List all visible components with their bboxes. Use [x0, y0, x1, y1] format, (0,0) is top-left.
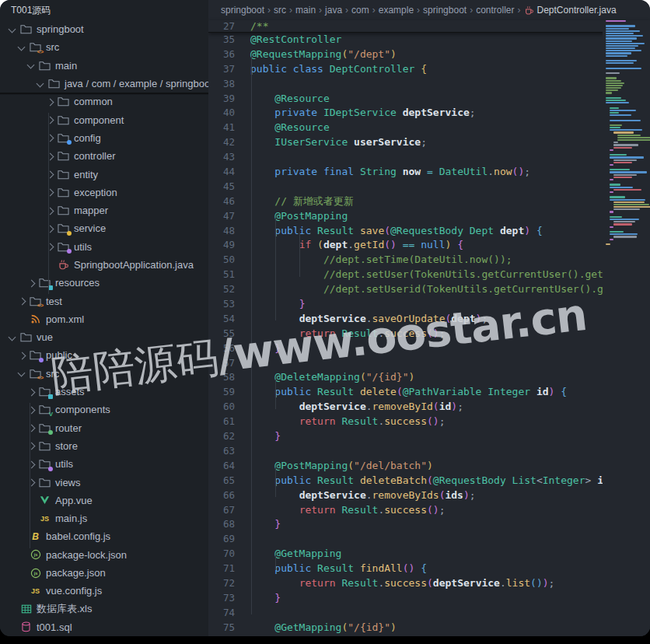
- breadcrumb-item[interactable]: java: [325, 5, 342, 16]
- tree-item-vue[interactable]: vue: [0, 328, 208, 346]
- chevron-down-icon[interactable]: [25, 60, 38, 71]
- breadcrumb-item[interactable]: springboot: [423, 5, 467, 16]
- code-line[interactable]: 75 @GetMapping("/{id}"): [208, 621, 650, 635]
- tree-item-app.vue[interactable]: App.vue: [0, 492, 208, 509]
- tree-item-exception[interactable]: exception: [0, 184, 208, 201]
- chevron-right-icon[interactable]: [44, 205, 57, 216]
- chevron-right-icon[interactable]: [44, 223, 57, 234]
- chevron-right-icon[interactable]: [25, 440, 38, 451]
- code-line[interactable]: 62 }: [208, 429, 650, 444]
- chevron-right-icon[interactable]: [25, 278, 38, 289]
- tree-item-babel.config.js[interactable]: Bbabel.config.js: [0, 527, 208, 545]
- tree-item-package.json[interactable]: jspackage.json: [0, 564, 208, 582]
- chevron-right-icon[interactable]: [16, 350, 29, 361]
- breadcrumb-item[interactable]: springboot: [221, 5, 264, 16]
- chevron-right-icon[interactable]: [44, 132, 57, 143]
- tree-item-springbootapplication.java[interactable]: SpringbootApplication.java: [0, 256, 208, 274]
- tree-item-java-com-example-springboot[interactable]: java / com / example / springboot: [0, 75, 208, 93]
- code-line[interactable]: 46 // 新增或者更新: [208, 194, 650, 209]
- chevron-right-icon[interactable]: [16, 296, 29, 306]
- tree-item-public[interactable]: public: [0, 346, 208, 364]
- tree-item-test[interactable]: <>test: [0, 292, 208, 310]
- chevron-right-icon[interactable]: [25, 477, 38, 488]
- breadcrumb-file[interactable]: DeptController.java: [524, 5, 617, 16]
- breadcrumb-item[interactable]: com: [351, 5, 369, 16]
- editor-pane[interactable]: springboot›src›main›java›com›example›spr…: [208, 0, 650, 636]
- code-line[interactable]: 38: [208, 77, 650, 92]
- tree-item-package-lock.json[interactable]: jspackage-lock.json: [0, 546, 208, 564]
- code-line[interactable]: 36@RequestMapping("/dept"): [208, 47, 650, 62]
- tree-item-utils[interactable]: utils: [0, 238, 208, 256]
- tree-item-t001.sql[interactable]: t001.sql: [0, 618, 208, 636]
- breadcrumb-item[interactable]: src: [274, 5, 286, 16]
- code-line[interactable]: 45: [208, 180, 650, 194]
- chevron-right-icon[interactable]: [44, 187, 57, 198]
- tree-item-utils[interactable]: utils: [0, 455, 208, 473]
- tree-item-service[interactable]: service: [0, 219, 208, 237]
- tree-item-controller[interactable]: controller: [0, 147, 208, 165]
- code-area[interactable]: 35@RestController36@RequestMapping("/dep…: [208, 33, 650, 635]
- breadcrumb-item[interactable]: example: [379, 5, 414, 16]
- chevron-right-icon[interactable]: [25, 459, 38, 470]
- tree-item-common[interactable]: common: [0, 93, 208, 110]
- chevron-down-icon[interactable]: [6, 24, 19, 35]
- code-line[interactable]: 37public class DeptController {: [208, 62, 650, 77]
- chevron-down-icon[interactable]: [16, 42, 29, 53]
- code-line[interactable]: 42 IUserService userService;: [208, 135, 650, 150]
- tree-item-assets[interactable]: assets: [0, 383, 208, 401]
- code-line[interactable]: 44 private final String now = DateUtil.n…: [208, 165, 650, 180]
- tree-item-src[interactable]: <>src: [0, 38, 208, 56]
- chevron-right-icon[interactable]: [44, 96, 57, 107]
- code-line[interactable]: 61 return Result.success();: [208, 415, 650, 429]
- chevron-right-icon[interactable]: [25, 404, 38, 415]
- tree-item-springboot[interactable]: springboot: [0, 20, 208, 38]
- tree-item-config[interactable]: config: [0, 129, 208, 147]
- code-line[interactable]: 43: [208, 150, 650, 165]
- tree-item-vue.config.js[interactable]: JSvue.config.js: [0, 582, 208, 600]
- tree-item-resources[interactable]: resources: [0, 274, 208, 292]
- chevron-down-icon[interactable]: [16, 368, 29, 379]
- tree-item-router[interactable]: router: [0, 419, 208, 437]
- code-token: private final: [274, 166, 360, 177]
- code-line[interactable]: 68 }: [208, 517, 650, 532]
- code-line[interactable]: 73 }: [208, 591, 650, 606]
- tree-item-main[interactable]: main: [0, 57, 208, 75]
- tree-item--.xls[interactable]: 数据库表.xls: [0, 600, 208, 618]
- code-line[interactable]: 67 return Result.success();: [208, 503, 650, 518]
- code-line[interactable]: 40 private IDeptService deptService;: [208, 106, 650, 121]
- breadcrumb-item[interactable]: main: [295, 5, 316, 16]
- tree-item-pom.xml[interactable]: pom.xml: [0, 310, 208, 328]
- chevron-right-icon[interactable]: [44, 241, 57, 252]
- minimap-bar: [606, 43, 645, 44]
- code-line[interactable]: 56 }: [208, 341, 650, 356]
- tree-item-views[interactable]: views: [0, 473, 208, 491]
- tree-item-entity[interactable]: entity: [0, 165, 208, 183]
- sticky-code-line[interactable]: 27/**: [208, 20, 650, 33]
- tree-item-components[interactable]: Vcomponents: [0, 401, 208, 418]
- code-line[interactable]: 72 return Result.success(deptService.lis…: [208, 576, 650, 591]
- chevron-down-icon[interactable]: [6, 332, 19, 343]
- code-line[interactable]: 63: [208, 444, 650, 459]
- chevron-right-icon[interactable]: [25, 387, 38, 397]
- chevron-right-icon[interactable]: [44, 114, 57, 125]
- code-line[interactable]: 74: [208, 606, 650, 621]
- tree-item-src[interactable]: <>src: [0, 365, 208, 383]
- tree-item-store[interactable]: store: [0, 437, 208, 455]
- code-token: public: [274, 562, 317, 574]
- code-line[interactable]: 39 @Resource: [208, 92, 650, 107]
- minimap-bar: [610, 124, 622, 126]
- chevron-right-icon[interactable]: [44, 151, 57, 162]
- code-line[interactable]: 55 return Result.success();: [208, 327, 650, 341]
- tree-item-mapper[interactable]: mapper: [0, 201, 208, 219]
- tree-item-main.js[interactable]: JSmain.js: [0, 509, 208, 527]
- code-line[interactable]: 69: [208, 532, 650, 547]
- minimap[interactable]: [603, 20, 650, 636]
- code-line[interactable]: 57: [208, 356, 650, 371]
- breadcrumb-item[interactable]: controller: [476, 5, 514, 16]
- chevron-right-icon[interactable]: [25, 422, 38, 433]
- code-line[interactable]: 41 @Resource: [208, 121, 650, 135]
- code-line[interactable]: 35@RestController: [208, 33, 650, 47]
- chevron-right-icon[interactable]: [44, 169, 57, 180]
- tree-item-component[interactable]: component: [0, 110, 208, 128]
- chevron-down-icon[interactable]: [34, 79, 47, 89]
